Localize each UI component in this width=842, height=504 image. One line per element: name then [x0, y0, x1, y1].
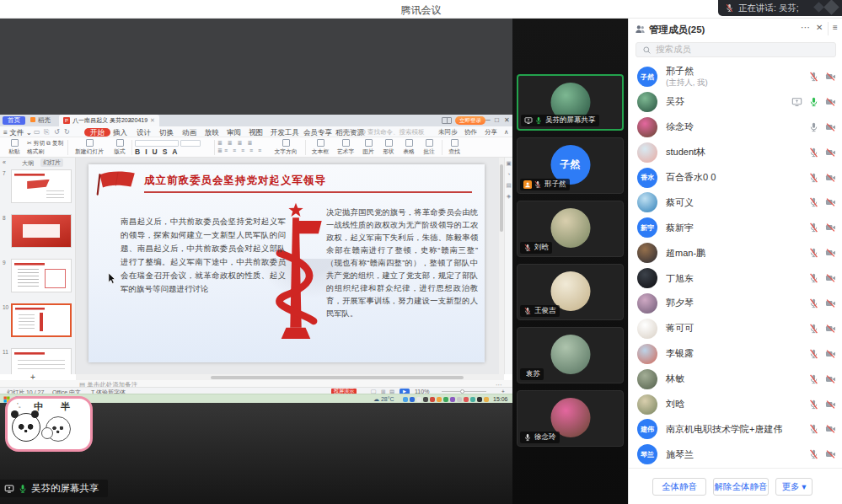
tray-icon[interactable] [403, 397, 408, 402]
redo-icon[interactable]: ↻ [64, 128, 70, 136]
layout-button[interactable]: 版式 [110, 139, 130, 156]
comment-button[interactable]: 批注 [420, 139, 438, 156]
paragraph-group[interactable]: ≣ ≣ ≣ ≣ ≣≡ ≡ ≡ ≡ ≡ [217, 139, 268, 154]
member-row[interactable]: 蒋可可 [629, 316, 842, 341]
current-slide[interactable]: 成立前敌委员会坚持党对起义军领导 南昌起义后，中共前敌委员会坚持党对起义军的领导… [88, 164, 485, 362]
zoom-slider[interactable] [442, 391, 486, 392]
slide-thumbnail[interactable]: 7 [0, 169, 76, 203]
panel-header: 管理成员(25) ⋯ ✕ ≡ [629, 19, 842, 40]
video-tile[interactable]: 吴芬的屏幕共享 [517, 74, 624, 131]
member-row[interactable]: 郭夕琴 [629, 291, 842, 316]
table-button[interactable]: 表格 [400, 139, 418, 156]
command-search[interactable]: Q 查找命令、搜索模板 [361, 128, 424, 137]
member-row[interactable]: 建伟 南京机电职技术学院+唐建伟 [629, 416, 842, 442]
slide-thumbnail[interactable]: 11 [0, 348, 76, 374]
search-input[interactable]: 搜索成员 [636, 42, 836, 57]
new-tab-button[interactable]: + [128, 116, 132, 125]
notes-bar[interactable]: ▤ 单击此处添加备注 ⋯ [0, 380, 512, 387]
tray-icon[interactable] [443, 397, 448, 402]
video-tile[interactable]: 徐念玲 [517, 390, 624, 447]
wps-store-tab[interactable]: 稻壳 [30, 116, 51, 125]
collapse-ribbon-icon[interactable]: ∧ [504, 128, 509, 136]
close-button[interactable]: ✕ [504, 116, 510, 124]
horizontal-scrollbar[interactable] [76, 374, 504, 380]
top-action[interactable]: 分享 [485, 128, 497, 137]
slide-thumbnail[interactable]: 10 [0, 303, 76, 337]
tray-icon[interactable] [464, 397, 469, 402]
login-button[interactable]: 立即登录 [455, 116, 485, 125]
wps-side-rail[interactable]: ▣◔▤◈ [504, 158, 512, 374]
tab-slides[interactable]: 幻灯片 [40, 158, 63, 167]
tray-icon[interactable] [477, 397, 482, 402]
member-row[interactable]: 徐念玲 [629, 115, 842, 140]
member-row[interactable]: 新宇 蔡新宇 [629, 215, 842, 240]
split-view-icon[interactable] [442, 117, 452, 124]
text-box-button[interactable]: 文本框 [308, 139, 332, 156]
clipboard-group[interactable]: ✂ 剪切 ⧉ 复制 格式刷 [27, 139, 66, 156]
unmute-all-button[interactable]: 解除全体静音 [713, 478, 769, 496]
slide-thumbnail[interactable]: 8 [0, 214, 76, 248]
tray-icon[interactable] [484, 397, 489, 402]
mute-all-button[interactable]: 全体静音 [652, 478, 706, 496]
format-letter[interactable]: I [145, 147, 147, 156]
word-art-button[interactable]: 艺术字 [334, 139, 357, 156]
undo-icon[interactable]: ↺ [54, 128, 60, 136]
tray-icon[interactable] [423, 397, 428, 402]
tray-icon[interactable] [410, 397, 415, 402]
menu-item[interactable]: 开始 [84, 128, 110, 137]
video-tile[interactable]: 子然 邢子然 [517, 137, 624, 194]
panel-more-button[interactable]: ⋯ [801, 22, 810, 33]
member-row[interactable]: 丁旭东 [629, 265, 842, 291]
member-row[interactable]: 香水 百合香水0 0 [629, 165, 842, 190]
layout-menu-button[interactable]: ≡ [833, 23, 838, 32]
new-slide-button[interactable]: 新建幻灯片 [71, 139, 108, 156]
tray-icon[interactable] [450, 397, 455, 402]
font-name-select[interactable] [135, 140, 179, 147]
tray-icon[interactable] [437, 397, 442, 402]
member-row[interactable]: 子然 邢子然 (主持人, 我) [629, 64, 842, 89]
slide-thumbnail[interactable]: 9 [0, 259, 76, 292]
minimize-button[interactable]: ─ [485, 116, 491, 124]
member-row[interactable]: 林敏 [629, 367, 842, 392]
video-tile[interactable]: 王俊吉 [517, 264, 624, 320]
member-row[interactable]: 刘晗 [629, 392, 842, 417]
close-tab-icon[interactable]: ✕ [150, 117, 155, 124]
more-button[interactable]: 更多 ▾ [775, 478, 813, 496]
top-action[interactable]: 未同步 [438, 128, 458, 137]
member-row[interactable]: student林 [629, 140, 842, 165]
save-icon[interactable]: ▭ [34, 128, 40, 136]
tray-icon[interactable] [430, 397, 435, 402]
format-letter[interactable]: S [163, 147, 168, 156]
member-row[interactable]: 琴兰 施琴兰 [629, 442, 842, 467]
tray-icon[interactable] [416, 397, 421, 402]
text-direction-button[interactable]: 文字方向 [270, 139, 302, 156]
find-button[interactable]: 查找 [445, 139, 464, 156]
format-letter[interactable]: U [153, 147, 158, 156]
video-tile[interactable]: 袁苏 [517, 327, 624, 383]
picture-button[interactable]: 图片 [359, 139, 378, 156]
panel-close-button[interactable]: ✕ [816, 23, 823, 32]
top-action[interactable]: 协作 [464, 128, 477, 137]
collapse-panel-icon[interactable]: « [3, 159, 6, 165]
format-letter[interactable]: A [172, 147, 177, 156]
tray-icon[interactable] [470, 397, 475, 402]
tray-icon[interactable] [457, 397, 462, 402]
member-row[interactable]: 超man-鹏 [629, 240, 842, 265]
font-size-select[interactable] [180, 140, 201, 147]
font-format-group[interactable]: BIUSA [135, 147, 211, 156]
maximize-button[interactable]: □ [495, 116, 499, 124]
video-tile[interactable]: 刘晗 [517, 201, 624, 257]
shape-button[interactable]: 形状 [379, 139, 398, 156]
cam-muted-icon [825, 373, 836, 384]
member-row[interactable]: 蔡可义 [629, 190, 842, 215]
paste-button[interactable]: 粘贴 [3, 139, 25, 156]
print-icon[interactable]: ⎘ [44, 128, 49, 137]
member-row[interactable]: 吴芬 [629, 89, 842, 115]
wps-home-tab[interactable]: 首页 [3, 116, 25, 125]
wps-document-tab[interactable]: P 八一南昌起义 吴芬20220419 ✕ [59, 115, 159, 126]
format-letter[interactable]: B [135, 147, 140, 156]
member-row[interactable]: 李银露 [629, 341, 842, 367]
mic-plain-icon [808, 121, 819, 132]
weather-temp[interactable]: ☁ 28°C [373, 396, 394, 403]
tab-outline[interactable]: 大纲 [22, 159, 34, 168]
